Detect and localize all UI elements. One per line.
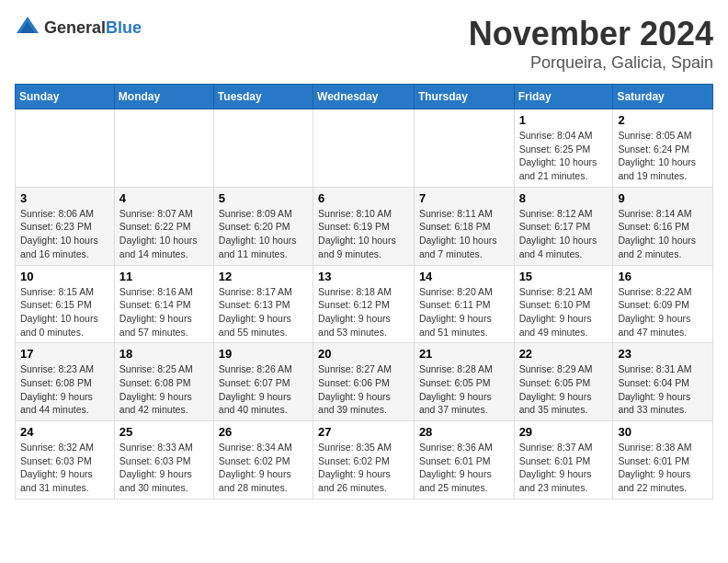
day-number: 4 xyxy=(119,191,209,205)
logo-blue-text: Blue xyxy=(106,18,142,37)
day-number: 13 xyxy=(318,270,409,283)
calendar-cell: 23Sunrise: 8:31 AM Sunset: 6:04 PM Dayli… xyxy=(613,343,713,421)
day-number: 29 xyxy=(519,425,609,439)
day-info: Sunrise: 8:26 AM Sunset: 6:07 PM Dayligh… xyxy=(219,362,308,417)
day-number: 9 xyxy=(618,191,708,205)
weekday-header: Sunday xyxy=(16,85,115,109)
calendar-cell xyxy=(414,109,514,188)
day-number: 12 xyxy=(219,270,308,283)
calendar-cell: 26Sunrise: 8:34 AM Sunset: 6:02 PM Dayli… xyxy=(213,421,313,500)
day-info: Sunrise: 8:06 AM Sunset: 6:23 PM Dayligh… xyxy=(20,207,109,261)
calendar-cell: 21Sunrise: 8:28 AM Sunset: 6:05 PM Dayli… xyxy=(414,343,514,421)
day-info: Sunrise: 8:38 AM Sunset: 6:01 PM Dayligh… xyxy=(618,441,708,495)
day-info: Sunrise: 8:32 AM Sunset: 6:03 PM Dayligh… xyxy=(20,441,109,495)
calendar-week-row: 1Sunrise: 8:04 AM Sunset: 6:25 PM Daylig… xyxy=(16,109,713,188)
day-info: Sunrise: 8:25 AM Sunset: 6:08 PM Dayligh… xyxy=(119,362,209,417)
calendar-cell: 22Sunrise: 8:29 AM Sunset: 6:05 PM Dayli… xyxy=(514,343,613,421)
calendar-cell: 1Sunrise: 8:04 AM Sunset: 6:25 PM Daylig… xyxy=(514,109,613,188)
day-number: 21 xyxy=(419,347,509,361)
calendar-cell: 17Sunrise: 8:23 AM Sunset: 6:08 PM Dayli… xyxy=(16,343,115,421)
logo-icon xyxy=(15,15,40,40)
calendar-cell: 16Sunrise: 8:22 AM Sunset: 6:09 PM Dayli… xyxy=(613,265,713,343)
day-info: Sunrise: 8:23 AM Sunset: 6:08 PM Dayligh… xyxy=(20,362,109,417)
day-info: Sunrise: 8:31 AM Sunset: 6:04 PM Dayligh… xyxy=(618,362,708,417)
location-title: Porqueira, Galicia, Spain xyxy=(469,53,713,73)
calendar-cell: 19Sunrise: 8:26 AM Sunset: 6:07 PM Dayli… xyxy=(213,343,313,421)
day-info: Sunrise: 8:37 AM Sunset: 6:01 PM Dayligh… xyxy=(519,441,609,495)
day-info: Sunrise: 8:12 AM Sunset: 6:17 PM Dayligh… xyxy=(519,207,609,261)
calendar-cell: 3Sunrise: 8:06 AM Sunset: 6:23 PM Daylig… xyxy=(16,187,115,265)
day-info: Sunrise: 8:15 AM Sunset: 6:15 PM Dayligh… xyxy=(20,285,109,339)
day-number: 1 xyxy=(519,113,609,127)
day-number: 3 xyxy=(20,191,109,205)
day-info: Sunrise: 8:35 AM Sunset: 6:02 PM Dayligh… xyxy=(318,441,409,495)
day-number: 6 xyxy=(318,191,409,205)
title-section: November 2024 Porqueira, Galicia, Spain xyxy=(469,15,713,73)
calendar-week-row: 3Sunrise: 8:06 AM Sunset: 6:23 PM Daylig… xyxy=(16,187,713,265)
day-info: Sunrise: 8:27 AM Sunset: 6:06 PM Dayligh… xyxy=(318,362,409,417)
day-info: Sunrise: 8:05 AM Sunset: 6:24 PM Dayligh… xyxy=(618,129,708,183)
day-number: 18 xyxy=(119,347,209,361)
day-number: 28 xyxy=(419,425,509,439)
day-info: Sunrise: 8:21 AM Sunset: 6:10 PM Dayligh… xyxy=(519,285,609,339)
calendar-cell: 28Sunrise: 8:36 AM Sunset: 6:01 PM Dayli… xyxy=(414,421,514,500)
day-info: Sunrise: 8:29 AM Sunset: 6:05 PM Dayligh… xyxy=(519,362,609,417)
calendar-week-row: 24Sunrise: 8:32 AM Sunset: 6:03 PM Dayli… xyxy=(16,421,713,500)
calendar-cell: 4Sunrise: 8:07 AM Sunset: 6:22 PM Daylig… xyxy=(114,187,213,265)
calendar-table: SundayMondayTuesdayWednesdayThursdayFrid… xyxy=(15,84,713,500)
day-number: 22 xyxy=(519,347,609,361)
weekday-header: Wednesday xyxy=(313,85,415,109)
day-number: 5 xyxy=(219,191,308,205)
day-number: 20 xyxy=(318,347,409,361)
calendar-cell: 6Sunrise: 8:10 AM Sunset: 6:19 PM Daylig… xyxy=(313,187,415,265)
day-number: 30 xyxy=(618,425,708,439)
calendar-cell: 9Sunrise: 8:14 AM Sunset: 6:16 PM Daylig… xyxy=(613,187,713,265)
day-number: 23 xyxy=(618,347,708,361)
day-info: Sunrise: 8:18 AM Sunset: 6:12 PM Dayligh… xyxy=(318,285,409,339)
day-info: Sunrise: 8:28 AM Sunset: 6:05 PM Dayligh… xyxy=(419,362,509,417)
day-info: Sunrise: 8:14 AM Sunset: 6:16 PM Dayligh… xyxy=(618,207,708,261)
day-number: 24 xyxy=(20,425,109,439)
calendar-week-row: 17Sunrise: 8:23 AM Sunset: 6:08 PM Dayli… xyxy=(16,343,713,421)
calendar-cell: 30Sunrise: 8:38 AM Sunset: 6:01 PM Dayli… xyxy=(613,421,713,500)
day-info: Sunrise: 8:22 AM Sunset: 6:09 PM Dayligh… xyxy=(618,285,708,339)
day-info: Sunrise: 8:16 AM Sunset: 6:14 PM Dayligh… xyxy=(119,285,209,339)
calendar-cell: 11Sunrise: 8:16 AM Sunset: 6:14 PM Dayli… xyxy=(114,265,213,343)
calendar-week-row: 10Sunrise: 8:15 AM Sunset: 6:15 PM Dayli… xyxy=(16,265,713,343)
day-info: Sunrise: 8:10 AM Sunset: 6:19 PM Dayligh… xyxy=(318,207,409,261)
calendar-cell: 5Sunrise: 8:09 AM Sunset: 6:20 PM Daylig… xyxy=(213,187,313,265)
day-number: 14 xyxy=(419,270,509,283)
calendar-cell: 10Sunrise: 8:15 AM Sunset: 6:15 PM Dayli… xyxy=(16,265,115,343)
day-number: 25 xyxy=(119,425,209,439)
day-number: 7 xyxy=(419,191,509,205)
calendar-cell: 20Sunrise: 8:27 AM Sunset: 6:06 PM Dayli… xyxy=(313,343,415,421)
day-number: 17 xyxy=(20,347,109,361)
calendar-cell: 12Sunrise: 8:17 AM Sunset: 6:13 PM Dayli… xyxy=(213,265,313,343)
calendar-cell xyxy=(313,109,415,188)
calendar-cell: 14Sunrise: 8:20 AM Sunset: 6:11 PM Dayli… xyxy=(414,265,514,343)
calendar-cell: 27Sunrise: 8:35 AM Sunset: 6:02 PM Dayli… xyxy=(313,421,415,500)
page-header: GeneralBlue November 2024 Porqueira, Gal… xyxy=(15,15,713,73)
day-info: Sunrise: 8:34 AM Sunset: 6:02 PM Dayligh… xyxy=(219,441,308,495)
calendar-cell: 15Sunrise: 8:21 AM Sunset: 6:10 PM Dayli… xyxy=(514,265,613,343)
day-number: 16 xyxy=(618,270,708,283)
calendar-header-row: SundayMondayTuesdayWednesdayThursdayFrid… xyxy=(16,85,713,109)
calendar-cell: 8Sunrise: 8:12 AM Sunset: 6:17 PM Daylig… xyxy=(514,187,613,265)
day-info: Sunrise: 8:04 AM Sunset: 6:25 PM Dayligh… xyxy=(519,129,609,183)
calendar-cell: 18Sunrise: 8:25 AM Sunset: 6:08 PM Dayli… xyxy=(114,343,213,421)
weekday-header: Tuesday xyxy=(213,85,313,109)
day-info: Sunrise: 8:11 AM Sunset: 6:18 PM Dayligh… xyxy=(419,207,509,261)
calendar-cell xyxy=(16,109,115,188)
day-info: Sunrise: 8:07 AM Sunset: 6:22 PM Dayligh… xyxy=(119,207,209,261)
day-number: 27 xyxy=(318,425,409,439)
calendar-cell: 24Sunrise: 8:32 AM Sunset: 6:03 PM Dayli… xyxy=(16,421,115,500)
calendar-cell: 29Sunrise: 8:37 AM Sunset: 6:01 PM Dayli… xyxy=(514,421,613,500)
weekday-header: Saturday xyxy=(613,85,713,109)
day-number: 8 xyxy=(519,191,609,205)
weekday-header: Monday xyxy=(114,85,213,109)
weekday-header: Friday xyxy=(514,85,613,109)
day-info: Sunrise: 8:17 AM Sunset: 6:13 PM Dayligh… xyxy=(219,285,308,339)
day-number: 26 xyxy=(219,425,308,439)
day-number: 11 xyxy=(119,270,209,283)
logo: GeneralBlue xyxy=(15,15,142,40)
